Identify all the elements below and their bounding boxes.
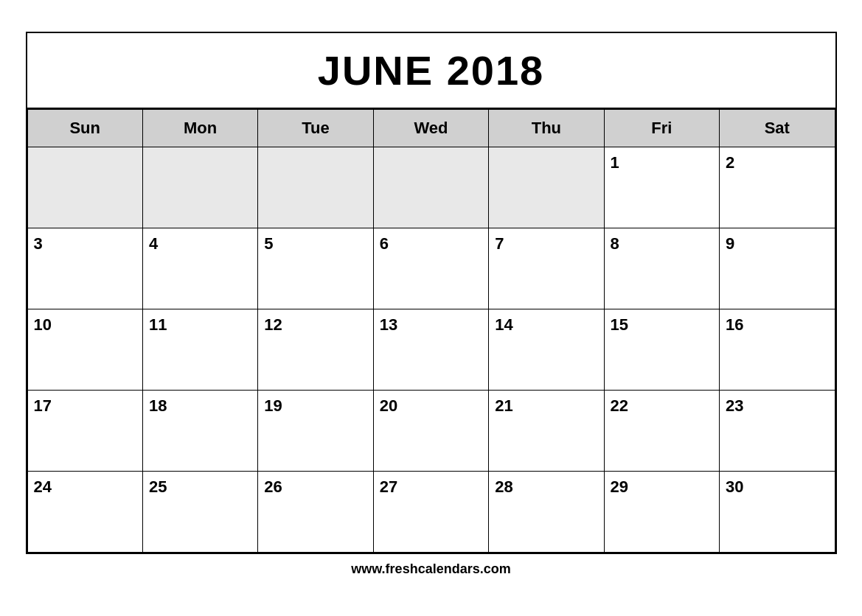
calendar-cell: 12 (258, 309, 373, 391)
day-number: 24 (34, 477, 52, 496)
calendar-cell: 22 (604, 391, 719, 472)
day-number: 29 (611, 477, 628, 496)
calendar-cell: 14 (489, 309, 604, 391)
day-number: 11 (149, 315, 167, 334)
calendar-container: JUNE 2018 SunMonTueWedThuFriSat 12345678… (26, 32, 837, 554)
day-number: 21 (495, 396, 512, 415)
day-header-sun: Sun (27, 110, 142, 147)
day-number: 22 (611, 396, 628, 415)
calendar-cell: 5 (258, 228, 373, 309)
calendar-cell: 29 (604, 472, 719, 553)
day-header-mon: Mon (142, 110, 257, 147)
calendar-cell: 9 (720, 228, 835, 309)
calendar-cell: 21 (489, 391, 604, 472)
calendar-cell: 1 (604, 147, 719, 228)
day-header-thu: Thu (489, 110, 604, 147)
calendar-cell (27, 147, 142, 228)
week-row-2: 3456789 (27, 228, 835, 309)
day-number: 8 (611, 234, 619, 253)
week-row-1: 12 (27, 147, 835, 228)
calendar-cell: 23 (720, 391, 835, 472)
calendar-cell (373, 147, 488, 228)
calendar-cell: 17 (27, 391, 142, 472)
calendar-cell: 10 (27, 309, 142, 391)
calendar-cell (258, 147, 373, 228)
day-number: 12 (264, 315, 282, 334)
calendar-cell: 8 (604, 228, 719, 309)
day-number: 3 (34, 234, 43, 253)
calendar-footer: www.freshcalendars.com (344, 554, 518, 584)
day-number: 2 (726, 153, 734, 172)
day-number: 14 (495, 315, 512, 334)
calendar-cell (489, 147, 604, 228)
day-header-sat: Sat (720, 110, 835, 147)
day-number: 16 (726, 315, 743, 334)
day-number: 19 (264, 396, 282, 415)
day-header-fri: Fri (604, 110, 719, 147)
calendar-cell: 13 (373, 309, 488, 391)
day-number: 13 (380, 315, 397, 334)
calendar-cell: 3 (27, 228, 142, 309)
calendar-cell: 11 (142, 309, 257, 391)
day-header-wed: Wed (373, 110, 488, 147)
day-number: 28 (495, 477, 512, 496)
week-row-5: 24252627282930 (27, 472, 835, 553)
week-row-3: 10111213141516 (27, 309, 835, 391)
calendar-cell: 6 (373, 228, 488, 309)
day-number: 15 (611, 315, 628, 334)
calendar-cell: 24 (27, 472, 142, 553)
days-header-row: SunMonTueWedThuFriSat (27, 110, 835, 147)
calendar-cell: 19 (258, 391, 373, 472)
day-number: 7 (495, 234, 504, 253)
day-header-tue: Tue (258, 110, 373, 147)
day-number: 17 (34, 396, 52, 415)
day-number: 4 (149, 234, 158, 253)
week-row-4: 17181920212223 (27, 391, 835, 472)
calendar-title: JUNE 2018 (27, 33, 835, 109)
day-number: 23 (726, 396, 743, 415)
day-number: 20 (380, 396, 397, 415)
calendar-table: SunMonTueWedThuFriSat 123456789101112131… (27, 109, 835, 553)
calendar-cell (142, 147, 257, 228)
day-number: 27 (380, 477, 397, 496)
calendar-cell: 20 (373, 391, 488, 472)
calendar-cell: 7 (489, 228, 604, 309)
day-number: 9 (726, 234, 734, 253)
day-number: 30 (726, 477, 743, 496)
calendar-cell: 4 (142, 228, 257, 309)
calendar-cell: 16 (720, 309, 835, 391)
calendar-cell: 28 (489, 472, 604, 553)
calendar-cell: 15 (604, 309, 719, 391)
calendar-cell: 2 (720, 147, 835, 228)
day-number: 5 (264, 234, 273, 253)
day-number: 25 (149, 477, 167, 496)
day-number: 6 (380, 234, 389, 253)
day-number: 1 (611, 153, 619, 172)
day-number: 10 (34, 315, 52, 334)
day-number: 26 (264, 477, 282, 496)
calendar-cell: 27 (373, 472, 488, 553)
calendar-cell: 26 (258, 472, 373, 553)
calendar-cell: 25 (142, 472, 257, 553)
calendar-cell: 18 (142, 391, 257, 472)
calendar-cell: 30 (720, 472, 835, 553)
day-number: 18 (149, 396, 167, 415)
